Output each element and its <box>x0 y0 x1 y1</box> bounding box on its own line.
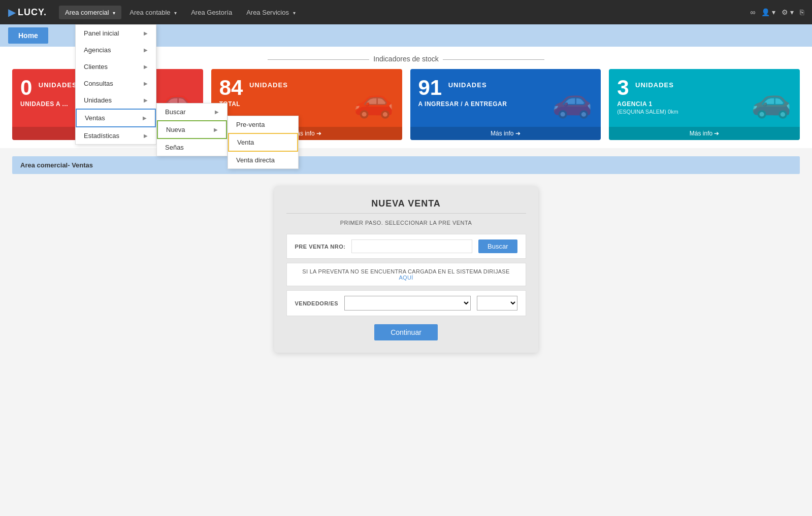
dropdown-estadisticas[interactable]: Estadísticas ▶ <box>76 127 156 144</box>
chevron-down-icon: ▾ <box>293 10 296 16</box>
modal-title: NUEVA VENTA <box>286 198 526 209</box>
modal-vendor-row: VENDEDOR/ES <box>286 290 526 316</box>
brand-name: LUCY. <box>18 7 47 18</box>
export-icon[interactable]: ⎘ <box>800 8 804 16</box>
continuar-button[interactable]: Continuar <box>374 324 438 340</box>
preventa-input[interactable] <box>351 239 472 253</box>
modal-footer: Continuar <box>286 324 526 340</box>
dropdown-agencias[interactable]: Agencias ▶ <box>76 42 156 58</box>
card-more-2[interactable]: Más info ➔ <box>410 127 601 140</box>
stock-card-2: 91 UNIDADES A INGRESAR / A ENTREGAR 🚗 Má… <box>410 69 601 140</box>
modal-box: NUEVA VENTA PRIMER PASO. SELECCIONAR LA … <box>274 186 538 353</box>
chevron-right-icon: ▶ <box>144 97 148 103</box>
nav-area-comercial[interactable]: Area comercial ▾ <box>59 6 121 19</box>
card-more-3[interactable]: Más info ➔ <box>609 127 800 140</box>
buscar-button[interactable]: Buscar <box>478 239 517 253</box>
infinity-icon[interactable]: ∞ <box>750 8 755 16</box>
brand[interactable]: ▶ LUCY. <box>8 6 47 18</box>
modal-preventa-row: PRE VENTA NRO: Buscar <box>286 234 526 259</box>
aqui-link[interactable]: AQUÍ <box>399 274 413 281</box>
dropdown-consultas[interactable]: Consultas ▶ <box>76 75 156 92</box>
submenu-venta[interactable]: Venta <box>228 133 298 152</box>
submenu-preventa[interactable]: Pre-venta <box>228 116 298 133</box>
stock-card-3: 3 UNIDADES AGENCIA 1 (ESQUINA SALEM) 0km… <box>609 69 800 140</box>
chevron-right-icon: ▶ <box>144 81 148 86</box>
area-comercial-breadcrumb: Area comercial- Ventas <box>12 156 800 174</box>
dropdown-clientes[interactable]: Clientes ▶ <box>76 58 156 75</box>
chevron-right-icon: ▶ <box>144 64 148 70</box>
preventa-label: PRE VENTA NRO: <box>295 244 346 250</box>
chevron-right-icon: ▶ <box>144 47 148 53</box>
dropdown-unidades[interactable]: Unidades ▶ <box>76 92 156 109</box>
dropdown-menu-container: Panel inicial ▶ Agencias ▶ Clientes ▶ Co… <box>75 24 156 145</box>
nav-area-gestoria[interactable]: Area Gestoría <box>185 6 238 19</box>
vendor-select-2[interactable] <box>477 296 517 311</box>
submenu-ventas: Buscar ▶ Nueva ▶ Señas <box>156 103 228 156</box>
vendor-label: VENDEDOR/ES <box>295 300 339 306</box>
submenu-buscar[interactable]: Buscar ▶ <box>157 104 227 120</box>
modal-subtitle: PRIMER PASO. SELECCIONAR LA PRE VENTA <box>286 213 526 226</box>
dropdown-panel-inicial[interactable]: Panel inicial ▶ <box>76 25 156 42</box>
user-icon[interactable]: 👤 ▾ <box>761 8 775 16</box>
nav-area-servicios[interactable]: Area Servicios ▾ <box>240 6 301 19</box>
modal-info-row: SI LA PREVENTA NO SE ENCUENTRA CARGADA E… <box>286 263 526 286</box>
car-icon: 🚗 <box>552 82 593 120</box>
navbar-right: ∞ 👤 ▾ ⚙ ▾ ⎘ <box>750 8 804 16</box>
brand-icon: ▶ <box>8 6 16 18</box>
submenu-senas[interactable]: Señas <box>157 139 227 156</box>
chevron-down-icon: ▾ <box>113 10 115 16</box>
car-icon: 🚗 <box>751 82 792 120</box>
car-icon: 🚗 <box>353 82 394 120</box>
nav-area-contable[interactable]: Area contable ▾ <box>123 6 183 19</box>
chevron-right-icon: ▶ <box>144 133 148 139</box>
chevron-right-icon: ▶ <box>214 127 218 132</box>
submenu-venta-directa[interactable]: Venta directa <box>228 152 298 168</box>
dropdown-ventas[interactable]: Ventas ▶ <box>76 109 156 127</box>
chevron-down-icon: ▾ <box>174 10 177 16</box>
nav-items: Area comercial ▾ Area contable ▾ Area Ge… <box>59 6 750 19</box>
submenu-nueva-tipo: Pre-venta Venta Venta directa <box>228 116 299 169</box>
modal-backdrop: NUEVA VENTA PRIMER PASO. SELECCIONAR LA … <box>0 174 812 365</box>
home-tab[interactable]: Home <box>8 27 48 44</box>
vendor-select-1[interactable] <box>344 296 470 311</box>
navbar: ▶ LUCY. Area comercial ▾ Area contable ▾… <box>0 0 812 24</box>
gear-icon[interactable]: ⚙ ▾ <box>782 8 794 16</box>
dropdown-menu: Panel inicial ▶ Agencias ▶ Clientes ▶ Co… <box>75 24 156 145</box>
chevron-right-icon: ▶ <box>144 30 148 36</box>
chevron-right-icon: ▶ <box>215 109 219 115</box>
chevron-right-icon: ▶ <box>143 115 147 121</box>
submenu-nueva[interactable]: Nueva ▶ <box>157 120 227 139</box>
